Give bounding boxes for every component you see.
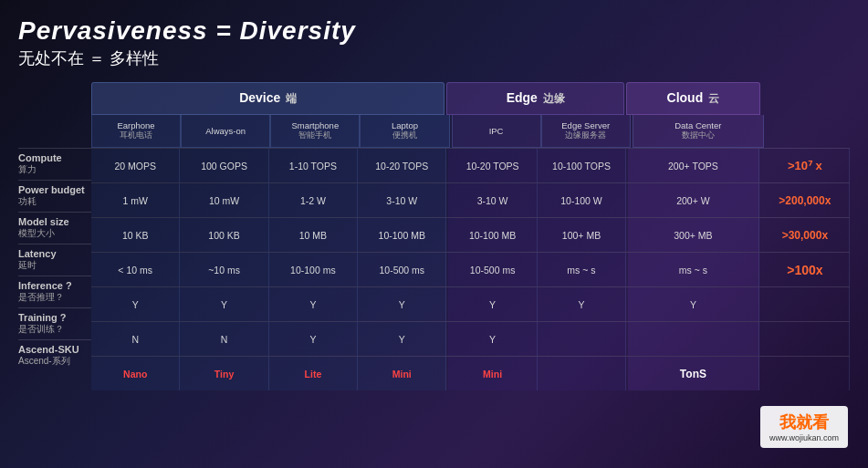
title-zh: 无处不在 ＝ 多样性: [18, 47, 850, 69]
cell-earphone: 10 KB: [91, 218, 180, 252]
section-diff-header: [762, 82, 850, 115]
cell-alwayson: 10 mW: [180, 183, 268, 217]
table-row: 20 MOPS100 GOPS1-10 TOPS10-20 TOPS10-20 …: [91, 148, 850, 182]
section-headers: Device 端 Edge 边缘 Cloud 云: [91, 82, 850, 115]
cell-earphone: 20 MOPS: [91, 149, 180, 182]
table-row: NNYYY: [91, 321, 850, 356]
cell-datacenter: 200+ W: [628, 183, 759, 217]
cell-smartphone: Y: [269, 322, 358, 356]
cell-ipc: Y: [448, 322, 537, 356]
row-label: Power budget功耗: [18, 180, 91, 212]
left-labels: Compute算力Power budget功耗Model size模型大小Lat…: [18, 82, 91, 390]
cell-edgeserver: ms ~ s: [538, 253, 626, 286]
cell-datacenter: ms ~ s: [628, 253, 759, 286]
cell-smartphone: 10-100 ms: [269, 253, 358, 286]
subheader-alwayson: Always-on: [181, 115, 270, 148]
table-row: YYYYYYY: [91, 286, 850, 321]
section-cloud-header: Cloud 云: [626, 82, 760, 115]
table-wrapper: Compute算力Power budget功耗Model size模型大小Lat…: [18, 82, 850, 390]
cell-alwayson: 100 KB: [180, 218, 268, 252]
cell-earphone: Y: [91, 287, 180, 321]
cell-earphone: N: [91, 322, 180, 356]
table-row: 10 KB100 KB10 MB10-100 MB10-100 MB100+ M…: [91, 217, 850, 252]
subheader-ipc: IPC: [452, 115, 541, 148]
cell-laptop: Y: [358, 322, 446, 356]
cell-smartphone: 10 MB: [269, 218, 358, 252]
table-row: NanoTinyLiteMiniMiniTonS: [91, 356, 850, 390]
cell-ipc: Y: [448, 287, 537, 321]
title-section: Pervasiveness = Diversity 无处不在 ＝ 多样性: [18, 16, 850, 69]
cell-laptop: 10-100 MB: [358, 218, 446, 252]
cell-edgeserver: 10-100 TOPS: [538, 149, 626, 182]
table-row: 1 mW10 mW1-2 W3-10 W3-10 W10-100 W200+ W…: [91, 182, 850, 217]
title-en: Pervasiveness = Diversity: [18, 16, 850, 46]
data-rows: 20 MOPS100 GOPS1-10 TOPS10-20 TOPS10-20 …: [91, 148, 850, 390]
row-label: Latency延时: [18, 244, 91, 276]
cell-alwayson: Y: [180, 287, 268, 321]
cell-ipc: 10-500 ms: [448, 253, 537, 286]
cell-smartphone: Y: [269, 287, 358, 321]
cell-datacenter: Y: [628, 287, 759, 321]
row-label: Ascend-SKUAscend-系列: [18, 339, 91, 371]
cell-smartphone-ascend: Lite: [269, 357, 358, 390]
table-area: Device 端 Edge 边缘 Cloud 云: [91, 82, 850, 390]
subheader-earphone: Earphone 耳机电话: [91, 115, 181, 148]
cell-earphone-ascend: Nano: [91, 357, 180, 390]
subheader-smartphone: Smartphone 智能手机: [270, 115, 360, 148]
cell-earphone: 1 mW: [91, 183, 180, 217]
watermark-url: www.wojiukan.com: [769, 433, 839, 442]
cell-ipc: 10-20 TOPS: [448, 149, 537, 182]
cell-edgeserver: 100+ MB: [538, 218, 626, 252]
cell-datacenter: 200+ TOPS: [628, 149, 759, 182]
cell-diff: >100x: [761, 253, 850, 286]
cell-ipc-ascend: Mini: [448, 357, 537, 390]
cell-laptop: Y: [358, 287, 446, 321]
section-device-header: Device 端: [91, 82, 444, 115]
cell-earphone: < 10 ms: [91, 253, 180, 286]
cell-laptop-ascend: Mini: [358, 357, 446, 390]
row-label: Inference ?是否推理？: [18, 276, 91, 307]
sub-headers: Earphone 耳机电话 Always-on Smartphone 智能手机 …: [91, 115, 850, 148]
cell-diff: [761, 357, 850, 390]
cell-laptop: 10-500 ms: [358, 253, 446, 286]
subheader-edgeserver: Edge Server 边缘服务器: [541, 115, 631, 148]
row-label: Training ?是否训练？: [18, 307, 91, 339]
cell-smartphone: 1-2 W: [269, 183, 358, 217]
watermark-text: 我就看: [769, 411, 839, 433]
watermark: 我就看 www.wojiukan.com: [760, 406, 848, 448]
cell-alwayson-ascend: Tiny: [180, 357, 268, 390]
cell-edgeserver: Y: [538, 287, 626, 321]
row-label: Model size模型大小: [18, 212, 91, 244]
cell-diff: >10⁷ x: [761, 149, 850, 182]
cell-edgeserver: [538, 357, 626, 390]
cell-datacenter: 300+ MB: [628, 218, 759, 252]
cell-smartphone: 1-10 TOPS: [269, 149, 358, 182]
cell-datacenter: [628, 322, 759, 356]
cell-alwayson: ~10 ms: [180, 253, 268, 286]
cell-diff: [761, 322, 850, 356]
cell-ipc: 3-10 W: [448, 183, 537, 217]
main-container: Pervasiveness = Diversity 无处不在 ＝ 多样性 Com…: [0, 0, 868, 468]
subheader-datacenter: Data Center 数据中心: [633, 115, 764, 148]
cell-laptop: 3-10 W: [358, 183, 446, 217]
cell-edgeserver: [538, 322, 626, 356]
subheader-laptop: Laptop 便携机: [360, 115, 449, 148]
cell-edgeserver: 10-100 W: [538, 183, 626, 217]
cell-alwayson: 100 GOPS: [180, 149, 268, 182]
cell-diff: >30,000x: [761, 218, 850, 252]
row-label: Compute算力: [18, 148, 91, 180]
cell-ipc: 10-100 MB: [448, 218, 537, 252]
cell-diff: >200,000x: [761, 183, 850, 217]
cell-diff: [761, 287, 850, 321]
cell-laptop: 10-20 TOPS: [358, 149, 446, 182]
table-row: < 10 ms~10 ms10-100 ms10-500 ms10-500 ms…: [91, 252, 850, 286]
section-edge-header: Edge 边缘: [446, 82, 624, 115]
cell-datacenter-ascend: TonS: [628, 357, 759, 390]
subheader-diff: [766, 115, 850, 148]
cell-alwayson: N: [180, 322, 268, 356]
